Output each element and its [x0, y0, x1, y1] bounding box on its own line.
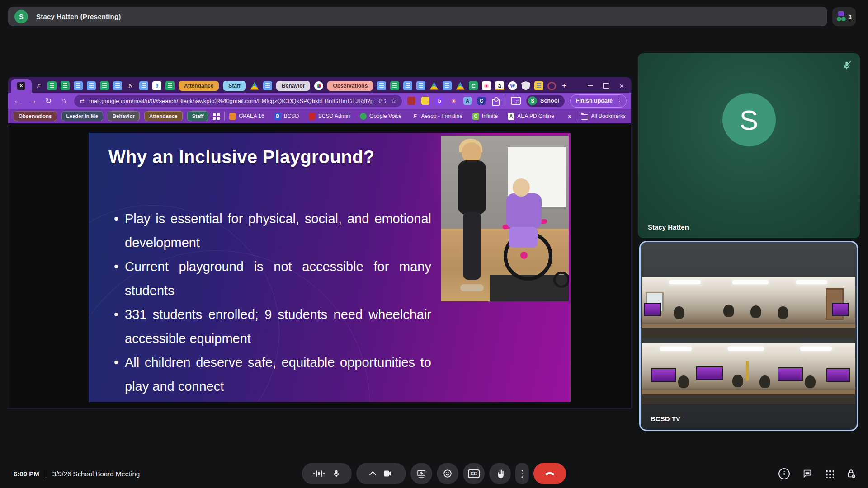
- bookmark-bcsd[interactable]: BBCSD: [274, 113, 299, 120]
- extension-icon-b[interactable]: b: [435, 97, 443, 105]
- doc-tab-icon[interactable]: [443, 81, 452, 90]
- finish-update-button[interactable]: Finish update ⋮: [570, 94, 627, 108]
- all-bookmarks-button[interactable]: All Bookmarks: [581, 113, 626, 120]
- extension-icon-yellow[interactable]: [421, 97, 429, 105]
- search-tabs-icon[interactable]: [511, 97, 521, 105]
- browser-profile-chip[interactable]: S School: [526, 95, 565, 107]
- profile-avatar: S: [528, 96, 537, 105]
- bookmark-group-leader-in-me[interactable]: Leader in Me: [61, 111, 103, 121]
- bookmark-group-behavior[interactable]: Behavior: [108, 111, 140, 121]
- reactions-button[interactable]: [437, 463, 458, 484]
- chevron-up-icon: [369, 471, 376, 478]
- audio-level-icon: [313, 470, 325, 477]
- doc-tab-icon[interactable]: [403, 81, 412, 90]
- ring-tab-icon[interactable]: [547, 82, 556, 90]
- microphone-button[interactable]: [302, 463, 352, 484]
- sheet-tab-icon[interactable]: [61, 81, 70, 90]
- tab-group-staff[interactable]: Staff: [223, 81, 246, 91]
- drive-tab-icon[interactable]: [429, 81, 439, 90]
- notion-tab-icon[interactable]: N: [126, 81, 135, 90]
- chat-icon[interactable]: [802, 469, 812, 479]
- tab-group-attendance[interactable]: Attendance: [179, 81, 219, 91]
- bookmarks-overflow-icon[interactable]: »: [568, 113, 572, 120]
- amazon-tab-icon[interactable]: a: [495, 81, 504, 90]
- sheet-tab-icon[interactable]: [390, 81, 399, 90]
- bookmark-bcsd-admin[interactable]: BCSD Admin: [309, 113, 350, 120]
- sheet-tab-icon[interactable]: [100, 81, 109, 90]
- extension-icon-a[interactable]: A: [463, 97, 472, 105]
- drive-tab-icon[interactable]: [456, 81, 465, 90]
- calendar-tab-icon[interactable]: 9: [152, 81, 161, 90]
- participant-tile-bcsd-tv[interactable]: BCSD TV: [639, 241, 858, 431]
- flower-tab-icon[interactable]: [482, 81, 491, 90]
- more-options-button[interactable]: ⋮: [515, 463, 529, 484]
- bookmark-group-staff[interactable]: Staff: [187, 111, 209, 121]
- bookmark-group-attendance[interactable]: Attendance: [144, 111, 183, 121]
- bookmark-aea-pd-online[interactable]: AAEA PD Online: [508, 113, 554, 120]
- bookmark-star-icon[interactable]: ☆: [391, 97, 396, 105]
- maximize-icon[interactable]: [603, 83, 609, 89]
- doc-tab-icon[interactable]: [377, 81, 386, 90]
- present-screen-button[interactable]: [410, 463, 432, 484]
- host-controls-lock-icon[interactable]: [846, 469, 856, 479]
- extension-icon-red[interactable]: [407, 97, 415, 105]
- classroom-tab-icon[interactable]: C: [469, 81, 478, 90]
- bookmark-group-observations[interactable]: Observations: [14, 111, 57, 121]
- raise-hand-icon: [495, 469, 505, 479]
- slide-bullet: All children deserve safe, equitable opp…: [112, 351, 431, 399]
- bookmark-aesop-frontline[interactable]: FAesop - Frontline: [411, 113, 462, 120]
- browser-menu-icon[interactable]: ⋮: [616, 97, 623, 104]
- extension-icon-dot[interactable]: [449, 97, 458, 105]
- bookmark-gpaea-16[interactable]: GPAEA 16: [229, 113, 264, 120]
- tab-group-behavior[interactable]: Behavior: [276, 81, 310, 91]
- red-bookmark-icon: [309, 113, 316, 120]
- end-call-button[interactable]: [533, 463, 566, 484]
- raise-hand-button[interactable]: [489, 463, 511, 484]
- sheet-tab-icon[interactable]: [165, 81, 175, 90]
- slide-bullets: Play is essential for physical, social, …: [112, 207, 431, 399]
- camera-button[interactable]: [356, 463, 406, 484]
- activities-grid-icon[interactable]: [825, 469, 834, 478]
- tab-groups-icon[interactable]: [213, 113, 220, 120]
- meeting-details-icon[interactable]: i: [778, 468, 790, 479]
- captions-button[interactable]: CC: [463, 463, 485, 484]
- shield-tab-icon[interactable]: [521, 81, 530, 90]
- doc-tab-icon[interactable]: [263, 81, 272, 90]
- site-info-icon[interactable]: ⇄: [80, 98, 85, 104]
- frontline-tab-icon[interactable]: F: [34, 81, 43, 90]
- close-icon[interactable]: ×: [619, 82, 624, 90]
- doc-tab-icon[interactable]: [87, 81, 96, 90]
- reading-mode-icon[interactable]: [379, 99, 386, 103]
- reload-icon[interactable]: ↻: [43, 96, 53, 106]
- active-tab[interactable]: ×: [11, 79, 32, 93]
- participant-tile-stacy[interactable]: S Stacy Hatten: [638, 53, 860, 238]
- bookmark-label: Google Voice: [369, 113, 401, 119]
- drive-tab-icon[interactable]: [250, 81, 259, 90]
- extension-icon-c[interactable]: C: [477, 97, 486, 105]
- camera-icon: [382, 469, 392, 479]
- doc-tab-icon[interactable]: [139, 81, 148, 90]
- wordpress-tab-icon[interactable]: W: [508, 81, 517, 90]
- back-icon[interactable]: ←: [13, 96, 23, 105]
- doc-tab-icon[interactable]: [416, 81, 425, 90]
- frontline-bookmark-icon: F: [411, 113, 418, 120]
- bookmark-google-voice[interactable]: Google Voice: [360, 113, 401, 120]
- address-bar[interactable]: ⇄ mail.google.com/mail/u/0/#search/Black…: [74, 95, 402, 107]
- forward-icon[interactable]: →: [28, 96, 38, 105]
- doc-tab-icon[interactable]: [74, 81, 83, 90]
- new-tab-button[interactable]: +: [560, 81, 568, 90]
- participants-badge[interactable]: 3: [832, 7, 856, 26]
- sheet-tab-icon[interactable]: [47, 81, 57, 90]
- bookmark-infinite[interactable]: CInfinite: [472, 113, 498, 120]
- extensions-puzzle-icon[interactable]: [491, 97, 499, 104]
- presenting-banner: S Stacy Hatten (Presenting): [8, 7, 827, 26]
- whitecircle-tab-icon[interactable]: [314, 81, 323, 90]
- tab-group-observations[interactable]: Observations: [327, 81, 373, 91]
- folder-icon: [581, 114, 588, 120]
- home-icon[interactable]: ⌂: [59, 96, 69, 105]
- doc-tab-icon[interactable]: [113, 81, 122, 90]
- minimize-icon[interactable]: [588, 85, 593, 86]
- ydoc-tab-icon[interactable]: [534, 81, 543, 90]
- bookmark-label: AEA PD Online: [517, 113, 554, 119]
- voice-bookmark-icon: [360, 113, 367, 120]
